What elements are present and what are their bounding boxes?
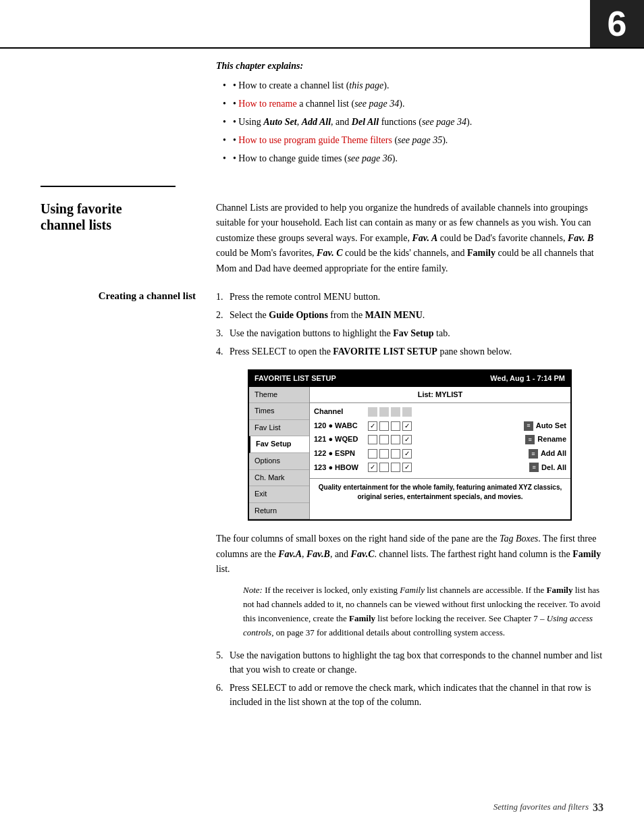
sidebar-item-times[interactable]: Times — [249, 403, 309, 420]
cb-wabc-3[interactable] — [391, 421, 400, 431]
cb-wqed-2[interactable] — [379, 435, 389, 444]
cb-label-2 — [379, 407, 389, 417]
bullet-marker: • — [233, 115, 238, 129]
cb-espn-2[interactable] — [379, 449, 389, 459]
cb-wabc-2[interactable] — [379, 421, 389, 431]
ch-name-espn: 122 ● ESPN — [314, 448, 368, 460]
cb-hbow-3[interactable] — [391, 463, 400, 472]
cb-hbow-4[interactable] — [402, 463, 412, 472]
sidebar-item-favlist[interactable]: Fav List — [249, 420, 309, 437]
ch-name-wqed: 121 ● WQED — [314, 434, 368, 446]
bullet-marker: • — [233, 78, 238, 93]
cb-wabc-4[interactable] — [402, 421, 412, 431]
cb-espn-3[interactable] — [391, 449, 400, 459]
cb-espn-1[interactable] — [368, 449, 377, 459]
creating-heading: Creating a channel list — [41, 290, 203, 302]
ch-name-hbow: 123 ● HBOW — [314, 462, 368, 474]
footer-text: Setting favorites and filters — [493, 802, 589, 814]
step-2: 2. Select the Guide Options from the MAI… — [216, 308, 603, 322]
sidebar-item-return[interactable]: Return — [249, 503, 309, 520]
intro-bullet-4: • How to use program guide Theme filters… — [223, 133, 603, 147]
ch-header-row — [368, 407, 566, 417]
cb-wqed-1[interactable] — [368, 435, 377, 444]
steps-list: 1. Press the remote control MENU button.… — [216, 290, 603, 359]
intro-section: This chapter explains: • How to create a… — [216, 61, 603, 165]
tag-boxes-para: The four columns of small boxes on the r… — [216, 531, 603, 577]
chapter-box: 6 — [590, 0, 644, 47]
channel-row-hbow: 123 ● HBOW — [314, 462, 566, 474]
btn-addall[interactable]: Add All — [529, 448, 566, 460]
cb-espn-4[interactable] — [402, 449, 412, 459]
channel-row-1: Channel — [314, 406, 566, 418]
step-3: 3. Use the navigation buttons to highlig… — [216, 326, 603, 340]
fav-description: Quality entertainment for the whole fami… — [310, 478, 570, 506]
fav-pane-wrapper: FAVORITE LIST SETUP Wed, Aug 1 - 7:14 PM… — [216, 369, 603, 521]
using-heading: Using favorite channel lists — [41, 201, 203, 233]
channel-row-wabc: 120 ● WABC — [314, 420, 566, 432]
sidebar-item-favsetup[interactable]: Fav Setup — [249, 436, 309, 453]
fav-pane-header: FAVORITE LIST SETUP Wed, Aug 1 - 7:14 PM — [249, 371, 570, 387]
cb-hbow-1[interactable] — [368, 463, 377, 472]
note-block: Note: If the receiver is locked, only ex… — [216, 583, 603, 640]
section-divider — [41, 186, 176, 187]
note-label: Note: — [243, 585, 263, 595]
intro-bullet-5: • How to change guide times (see page 36… — [223, 151, 603, 165]
btn-autoset[interactable]: Auto Set — [524, 420, 566, 432]
bullet-marker: • — [233, 133, 238, 147]
ch-espn-checkboxes — [368, 449, 412, 459]
cb-wabc-1[interactable] — [368, 421, 377, 431]
intro-bullet-2: • How to rename a channel list (see page… — [223, 97, 603, 111]
cb-label-1 — [368, 407, 377, 417]
step-5: 5. Use the navigation buttons to highlig… — [216, 648, 603, 677]
sidebar-item-exit[interactable]: Exit — [249, 486, 309, 503]
channel-row-espn: 122 ● ESPN — [314, 448, 566, 460]
ch-wabc-checkboxes — [368, 421, 412, 431]
cb-label-3 — [391, 407, 400, 417]
steps-list-continued: 5. Use the navigation buttons to highlig… — [216, 648, 603, 709]
fav-sidebar: Theme Times Fav List Fav Setup Options C… — [249, 387, 310, 520]
fav-main-area: List: MYLIST Channel — [310, 387, 570, 520]
creating-section: Creating a channel list 1. Press the rem… — [41, 290, 603, 713]
intro-list: • How to create a channel list (this pag… — [216, 78, 603, 165]
intro-bullet-3: • Using Auto Set, Add All, and Del All f… — [223, 115, 603, 129]
cb-hbow-2[interactable] — [379, 463, 389, 472]
rename-link[interactable]: How to rename — [238, 99, 296, 109]
sidebar-item-chmark[interactable]: Ch. Mark — [249, 470, 309, 487]
bullet-marker: • — [233, 151, 238, 165]
btn-autoset-icon — [524, 421, 533, 431]
ch-wqed-checkboxes — [368, 435, 412, 444]
top-rule — [0, 47, 644, 49]
fav-channels: Channel — [310, 403, 570, 478]
using-body: Channel Lists are provided to help you o… — [216, 201, 603, 276]
intro-title: This chapter explains: — [216, 61, 603, 72]
creating-body: 1. Press the remote control MENU button.… — [216, 290, 603, 713]
btn-delall-icon — [529, 463, 539, 472]
fav-pane-datetime: Wed, Aug 1 - 7:14 PM — [490, 373, 565, 385]
ch-header-checkboxes — [368, 407, 412, 417]
theme-link[interactable]: How to use program guide Theme filters — [238, 135, 392, 145]
section-label-using: Using favorite channel lists — [41, 201, 216, 276]
step-1: 1. Press the remote control MENU button. — [216, 290, 603, 304]
sidebar-item-theme[interactable]: Theme — [249, 387, 309, 404]
btn-rename[interactable]: Rename — [525, 434, 566, 446]
fav-pane-title: FAVORITE LIST SETUP — [254, 373, 336, 385]
bullet-marker: • — [233, 97, 238, 111]
btn-rename-icon — [525, 435, 535, 444]
sidebar-item-options[interactable]: Options — [249, 453, 309, 470]
cb-wqed-3[interactable] — [391, 435, 400, 444]
fav-pane-body: Theme Times Fav List Fav Setup Options C… — [249, 387, 570, 520]
step-6: 6. Press SELECT to add or remove the che… — [216, 681, 603, 709]
page-footer: Setting favorites and filters 33 — [0, 802, 644, 814]
ch-hbow-checkboxes — [368, 463, 412, 472]
using-section: Using favorite channel lists Channel Lis… — [41, 201, 603, 276]
btn-delall[interactable]: Del. All — [529, 462, 566, 474]
cb-wqed-4[interactable] — [402, 435, 412, 444]
btn-addall-icon — [529, 449, 538, 459]
channel-row-wqed: 121 ● WQED — [314, 434, 566, 446]
section-label-creating: Creating a channel list — [41, 290, 216, 713]
ch-name-1: Channel — [314, 406, 368, 418]
ch-name-wabc: 120 ● WABC — [314, 420, 368, 432]
cb-label-4 — [402, 407, 412, 417]
step-4: 4. Press SELECT to open the FAVORITE LIS… — [216, 344, 603, 359]
footer-page: 33 — [593, 802, 603, 814]
